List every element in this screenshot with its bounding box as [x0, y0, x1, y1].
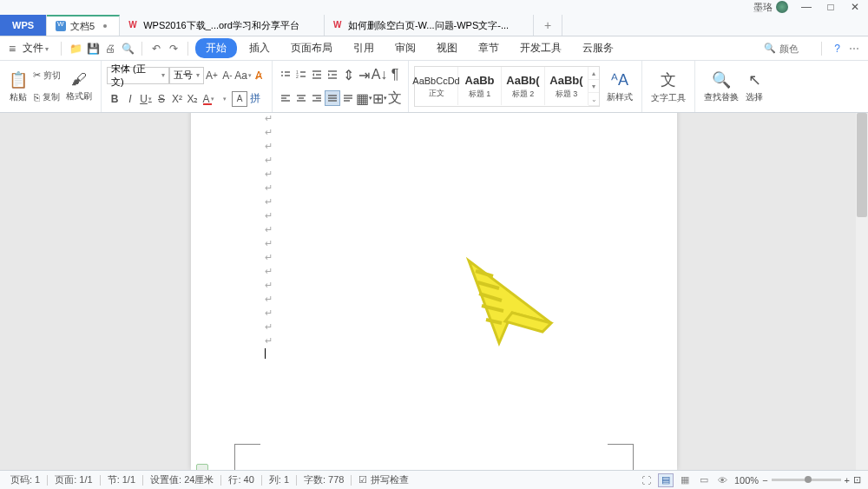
select-button[interactable]: ↖ 选择 [742, 64, 766, 109]
document-tab[interactable]: 文档5 [47, 15, 120, 36]
italic-button[interactable]: I [122, 91, 138, 107]
fullscreen-icon[interactable]: ⛶ [639, 473, 654, 487]
file-menu[interactable]: 文件 [23, 41, 49, 56]
copy-button[interactable]: ⎘复制 [32, 90, 62, 104]
align-justify-button[interactable] [325, 90, 340, 106]
preview-icon[interactable]: 🔍 [121, 42, 135, 56]
text-direction-button[interactable]: 文 [387, 90, 403, 106]
find-replace-button[interactable]: 🔍 查找替换 [700, 64, 742, 109]
bold-button[interactable]: B [107, 91, 122, 107]
side-panel-icon[interactable] [196, 464, 208, 470]
search-input[interactable] [779, 43, 814, 54]
ribbon-tab-view[interactable]: 视图 [428, 37, 466, 59]
scrollbar-thumb[interactable] [857, 113, 867, 217]
bullets-button[interactable] [278, 67, 293, 83]
ribbon-tab-review[interactable]: 审阅 [386, 37, 424, 59]
clear-format-button[interactable]: A̷ [251, 68, 266, 83]
collapse-ribbon-icon[interactable]: ⋯ [849, 43, 859, 55]
subscript-button[interactable]: X₂ [185, 91, 201, 107]
status-setting[interactable]: 设置值: 24厘米 [147, 473, 217, 486]
page[interactable]: ↵ ↵ ↵ ↵ ↵ ↵ ↵ ↵ ↵ ↵ ↵ ↵ ↵ ↵ ↵ ↵ ↵ [191, 113, 677, 470]
status-page-no[interactable]: 页码: 1 [7, 473, 43, 486]
down-icon[interactable]: ▾ [589, 80, 599, 93]
sort-button[interactable]: A↓ [372, 67, 387, 83]
font-size-select[interactable]: 五号 [169, 67, 204, 84]
shading-button[interactable]: ▦▾ [356, 90, 372, 106]
web-tab-1[interactable]: W WPS2016下载_...ord学习和分享平台 [120, 15, 325, 36]
style-scroll[interactable]: ▴▾⌄ [589, 67, 599, 106]
align-right-button[interactable] [309, 90, 325, 106]
zoom-level[interactable]: 100% [734, 475, 759, 486]
open-icon[interactable]: 📁 [69, 42, 82, 56]
shrink-font-button[interactable]: A- [220, 68, 235, 83]
maximize-button[interactable]: □ [825, 1, 837, 13]
status-page[interactable]: 页面: 1/1 [51, 473, 95, 486]
zoom-knob[interactable] [805, 476, 812, 483]
text-tools-button[interactable]: 文 文字工具 [648, 64, 689, 109]
search-box[interactable]: 🔍 [764, 43, 814, 54]
phonetic-button[interactable]: 拼 [247, 91, 263, 107]
style-heading1[interactable]: AaBb标题 1 [458, 67, 502, 105]
change-case-button[interactable]: Aa▾ [235, 68, 251, 83]
highlight-button[interactable]: ▾ [216, 91, 232, 107]
font-name-select[interactable]: 宋体 (正文) [107, 67, 169, 84]
undo-icon[interactable]: ↶ [149, 42, 163, 56]
grow-font-button[interactable]: A+ [204, 68, 220, 83]
style-heading3[interactable]: AaBb(标题 3 [545, 67, 589, 105]
ribbon-tab-references[interactable]: 引用 [345, 37, 383, 59]
zoom-slider[interactable] [772, 479, 841, 481]
decrease-indent-button[interactable] [309, 67, 325, 83]
print-layout-icon[interactable]: ▤ [658, 473, 674, 487]
reading-view-icon[interactable]: 👁 [715, 473, 731, 487]
zoom-out-button[interactable]: − [762, 475, 767, 486]
ribbon-tab-cloud[interactable]: 云服务 [574, 37, 622, 59]
font-color-button[interactable]: A▾ [201, 91, 216, 107]
align-distributed-button[interactable] [340, 90, 356, 106]
status-spellcheck[interactable]: ☑ 拼写检查 [355, 473, 411, 486]
superscript-button[interactable]: X² [169, 91, 185, 107]
status-line[interactable]: 行: 40 [225, 473, 257, 486]
borders-button[interactable]: ⊞▾ [372, 90, 387, 106]
user-account[interactable]: 墨珞 [753, 1, 788, 14]
numbering-button[interactable]: 12 [293, 67, 309, 83]
show-marks-button[interactable]: ¶ [387, 67, 403, 83]
zoom-in-button[interactable]: + [845, 475, 850, 486]
new-tab-button[interactable]: + [534, 15, 562, 36]
hamburger-icon[interactable]: ≡ [9, 42, 16, 56]
cut-button[interactable]: ✂剪切 [31, 69, 62, 83]
ribbon-tab-section[interactable]: 章节 [470, 37, 508, 59]
save-icon[interactable]: 💾 [86, 42, 100, 56]
help-icon[interactable]: ? [834, 43, 840, 55]
fit-page-button[interactable]: ⊡ [853, 474, 861, 486]
outline-view-icon[interactable]: ▦ [677, 473, 693, 487]
app-tab[interactable]: WPS [0, 15, 47, 36]
web-tab-2[interactable]: W 如何删除空白页-W...问题-WPS文字-... [325, 15, 534, 36]
paste-button[interactable]: 📋 粘贴 [5, 64, 31, 109]
redo-icon[interactable]: ↷ [167, 42, 181, 56]
tab-stops-button[interactable]: ⇥ [356, 67, 372, 83]
print-icon[interactable]: 🖨 [103, 42, 117, 56]
strikethrough-button[interactable]: S [154, 91, 169, 107]
status-words[interactable]: 字数: 778 [300, 473, 347, 486]
format-painter-button[interactable]: 🖌 格式刷 [62, 64, 95, 109]
status-col[interactable]: 列: 1 [266, 473, 293, 486]
char-border-button[interactable]: A [232, 91, 247, 107]
align-left-button[interactable] [278, 90, 293, 106]
line-spacing-button[interactable]: ⇕ [340, 67, 356, 83]
minimize-button[interactable]: — [800, 1, 812, 13]
align-center-button[interactable] [293, 90, 309, 106]
ribbon-tab-developer[interactable]: 开发工具 [511, 37, 570, 59]
up-icon[interactable]: ▴ [589, 67, 599, 80]
new-style-button[interactable]: ᴬA 新样式 [603, 66, 636, 107]
increase-indent-button[interactable] [325, 67, 340, 83]
ribbon-tab-insert[interactable]: 插入 [240, 37, 279, 59]
style-heading2[interactable]: AaBb(标题 2 [502, 67, 545, 105]
more-icon[interactable]: ⌄ [589, 93, 599, 106]
ribbon-tab-start[interactable]: 开始 [195, 38, 237, 58]
vertical-scrollbar[interactable] [856, 113, 868, 470]
style-normal[interactable]: AaBbCcDd正文 [415, 67, 458, 105]
underline-button[interactable]: U▾ [138, 91, 154, 107]
ribbon-tab-layout[interactable]: 页面布局 [282, 37, 341, 59]
web-layout-icon[interactable]: ▭ [696, 473, 712, 487]
status-section[interactable]: 节: 1/1 [104, 473, 139, 486]
